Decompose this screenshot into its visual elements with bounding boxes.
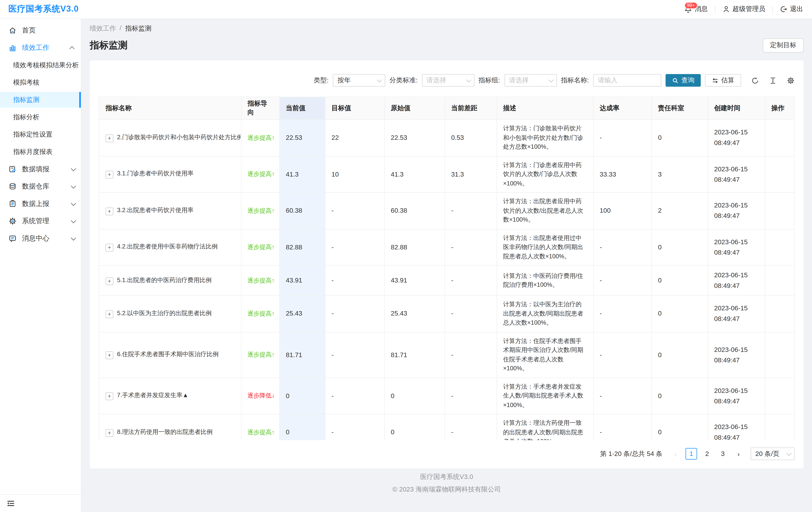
page-number-2[interactable]: 2 (701, 448, 713, 460)
estimate-button[interactable]: 估算 (705, 74, 741, 87)
custom-target-button[interactable]: 定制目标 (763, 38, 804, 52)
sidebar-group-label: 数据填报 (22, 164, 49, 174)
sidebar-subitem-indicator-analysis[interactable]: 指标分析 (0, 109, 81, 125)
col-responsible-dept: 责任科室 (651, 97, 708, 119)
sidebar-group-data-reporting[interactable]: 数据上报 (0, 196, 81, 212)
responsible-dept: 0 (651, 378, 708, 414)
target-value: - (325, 378, 384, 414)
indicator-table-container[interactable]: 指标名称 指标导向 当前值 目标值 原始值 当前差距 描述 达成率 责任科室 创… (99, 97, 795, 440)
user-icon (722, 5, 730, 13)
sidebar-subitem-indicator-monthly-report[interactable]: 指标月度报表 (0, 144, 81, 160)
created-time: 2023-06-15 08:49:47 (708, 266, 765, 295)
sidebar-subitem-indicator-qualitative-setting[interactable]: 指标定性设置 (0, 127, 81, 142)
sidebar-group-system-management[interactable]: 系统管理 (0, 213, 81, 229)
table-row: +5.2.以中医为主治疗的出院患者比例 逐步提高↑ 25.43 - 25.43 … (99, 295, 794, 332)
achievement-rate: - (593, 378, 651, 414)
expand-row-button[interactable]: + (106, 207, 113, 215)
chevron-down-icon (71, 183, 76, 188)
page-size-select[interactable]: 20 条/页 (751, 448, 794, 460)
indicator-name: 8.理法方药使用一致的出院患者比例 (117, 429, 213, 435)
next-page-button[interactable]: › (733, 448, 744, 460)
col-created-time: 创建时间 (708, 97, 765, 119)
user-menu[interactable]: 超级管理员 (722, 5, 765, 14)
expand-row-button[interactable]: + (106, 171, 113, 179)
chevron-down-icon (377, 77, 382, 82)
expand-row-button[interactable]: + (106, 429, 113, 437)
top-header: 医疗国考系统V3.0 99+ 消息 超级管理员 退 (0, 0, 812, 19)
bell-icon: 99+ (684, 5, 692, 14)
sidebar-item-home[interactable]: 首页 (0, 23, 81, 38)
footer-copyright: © 2023 海南瑞霖物联网科技有限公司 (81, 486, 812, 494)
category-label: 分类标准: (389, 76, 417, 85)
direction-value: 逐步提高↑ (248, 277, 275, 284)
sidebar-group-message-center[interactable]: 消息中心 (0, 231, 81, 246)
indicator-group-select[interactable]: 请选择 (504, 74, 557, 87)
current-value: 25.43 (279, 295, 325, 332)
prev-page-button[interactable]: ‹ (670, 448, 682, 460)
current-gap-value: - (445, 295, 497, 332)
indicator-name-input[interactable] (593, 74, 661, 87)
direction-value: 逐步提高↑ (248, 310, 275, 317)
messages-button[interactable]: 99+ 消息 (684, 5, 708, 14)
type-select[interactable]: 按年 (333, 74, 385, 87)
logout-button[interactable]: 退出 (780, 5, 803, 14)
database-icon (8, 182, 17, 191)
row-actions (765, 378, 795, 414)
app-logo: 医疗国考系统V3.0 (8, 4, 79, 15)
target-value: - (325, 193, 384, 229)
sidebar-subitem-simulation-assessment[interactable]: 模拟考核 (0, 75, 81, 90)
achievement-rate: - (593, 229, 651, 266)
chevron-down-icon (71, 218, 76, 223)
category-select[interactable]: 请选择 (422, 74, 474, 87)
indicator-name: 2.门诊散装中药饮片和小包装中药饮片处方比例▲ (117, 134, 241, 140)
refresh-icon[interactable] (751, 76, 759, 84)
subitem-label: 指标定性设置 (13, 130, 53, 139)
indicator-name-label: 指标名称: (561, 76, 589, 85)
clipboard-icon (8, 199, 17, 208)
current-gap-value: 0.53 (445, 119, 497, 156)
original-value: 0 (384, 378, 444, 414)
original-value: 82.88 (384, 229, 444, 266)
pagination: 第 1-20 条/总共 54 条 ‹ 1 2 3 › 20 条/页 (99, 448, 795, 460)
expand-row-button[interactable]: + (106, 277, 113, 285)
col-actions: 操作 (765, 97, 795, 119)
created-time: 2023-06-15 08:49:47 (708, 414, 765, 440)
created-time: 2023-06-15 08:49:47 (708, 119, 765, 156)
row-height-icon[interactable] (769, 76, 777, 84)
col-direction: 指标导向 (241, 97, 279, 119)
breadcrumb: 绩效工作 / 指标监测 (90, 24, 804, 33)
target-value: - (325, 332, 384, 378)
settings-gear-icon[interactable] (787, 76, 795, 84)
sidebar-subitem-performance-simulation-analysis[interactable]: 绩效考核模拟结果分析 (0, 57, 81, 73)
indicator-group-placeholder: 请选择 (509, 76, 528, 85)
breadcrumb-parent[interactable]: 绩效工作 (90, 24, 116, 33)
expand-row-button[interactable]: + (106, 310, 113, 318)
direction-value: 逐步提高↑ (248, 244, 275, 250)
header-divider (715, 6, 715, 13)
col-current-value: 当前值 (279, 97, 325, 119)
created-time: 2023-06-15 08:49:47 (708, 193, 765, 229)
expand-row-button[interactable]: + (106, 393, 113, 400)
expand-row-button[interactable]: + (106, 244, 113, 252)
collapse-sidebar-icon[interactable] (6, 499, 15, 508)
breadcrumb-current: 指标监测 (125, 24, 151, 33)
table-row: +7.手术患者并发症发生率▲ 逐步降低↓ 0 - 0 - 计算方法：手术患者并发… (99, 378, 794, 414)
target-value: - (325, 414, 384, 440)
page-number-3[interactable]: 3 (717, 448, 728, 460)
filter-bar: 类型: 按年 分类标准: 请选择 指标组: 请选择 指标名称: (99, 74, 795, 87)
sidebar-footer (0, 494, 81, 512)
direction-value: 逐步提高↑ (248, 134, 275, 141)
expand-row-button[interactable]: + (106, 351, 113, 359)
expand-row-button[interactable]: + (106, 134, 113, 142)
col-target-value: 目标值 (325, 97, 384, 119)
sidebar-group-data-filling[interactable]: 数据填报 (0, 161, 81, 177)
search-button[interactable]: 查询 (666, 74, 701, 87)
sidebar-group-data-warehouse[interactable]: 数据仓库 (0, 179, 81, 194)
pagination-summary: 第 1-20 条/总共 54 条 (600, 449, 662, 458)
sidebar-group-performance[interactable]: 绩效工作 (0, 40, 81, 55)
description: 计算方法：门诊散装中药饮片和小包装中药饮片处方数/门诊处方总数×100%。 (497, 119, 593, 156)
responsible-dept: 0 (651, 119, 708, 156)
sidebar-subitem-indicator-monitoring[interactable]: 指标监测 (0, 92, 81, 108)
page-number-1[interactable]: 1 (686, 448, 697, 460)
indicator-table: 指标名称 指标导向 当前值 目标值 原始值 当前差距 描述 达成率 责任科室 创… (99, 97, 794, 440)
